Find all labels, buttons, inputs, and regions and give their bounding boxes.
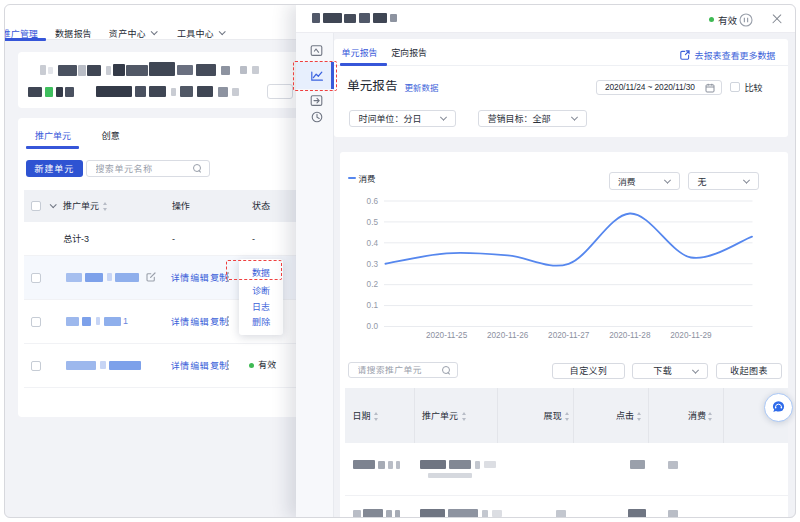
close-icon[interactable] bbox=[771, 13, 782, 24]
action-edit[interactable]: 编辑 bbox=[191, 361, 209, 371]
row-checkbox[interactable] bbox=[31, 317, 41, 327]
unit-table-header: 推广单元 操作 状态 bbox=[24, 190, 308, 222]
summary-operation-dash: - bbox=[172, 234, 175, 244]
svg-text:2020-11-25: 2020-11-25 bbox=[426, 331, 468, 340]
chat-bubble-icon bbox=[770, 399, 787, 416]
more-actions-icon[interactable] bbox=[227, 360, 229, 370]
chevron-down-icon[interactable] bbox=[50, 201, 57, 208]
tab-creative[interactable]: 创意 bbox=[102, 130, 120, 141]
svg-text:2020-11-29: 2020-11-29 bbox=[670, 331, 712, 340]
svg-text:0.0: 0.0 bbox=[367, 322, 379, 331]
unit-report-drawer: 有效 单元报告 定向报告 去报表查看更多数据 bbox=[296, 4, 796, 518]
redacted-unit-name bbox=[66, 361, 96, 370]
action-edit[interactable]: 编辑 bbox=[191, 273, 209, 283]
menu-item-data[interactable]: 数据 bbox=[252, 268, 270, 278]
redacted-text bbox=[87, 65, 101, 76]
redacted-text bbox=[171, 88, 176, 96]
nav-item-asset-center[interactable]: 资产中心 bbox=[109, 28, 156, 39]
column-header-clicks[interactable]: 点击 bbox=[616, 411, 634, 421]
sort-icon[interactable] bbox=[637, 412, 642, 421]
unit-table-row[interactable]: 详情 编辑 复制 有效 bbox=[24, 344, 308, 388]
redacted-text bbox=[196, 64, 216, 76]
redacted-text bbox=[232, 88, 239, 96]
legend-label[interactable]: 消费 bbox=[359, 173, 376, 183]
action-detail[interactable]: 详情 bbox=[171, 273, 189, 283]
summary-total: 总计-3 bbox=[63, 234, 89, 244]
report-table-header: 日期 推广单元 展现 点击 消费 bbox=[345, 388, 788, 443]
sort-icon[interactable] bbox=[708, 412, 713, 421]
table-summary-row: 总计-3 - - bbox=[24, 222, 308, 256]
chart-secondary-select[interactable]: 无 bbox=[688, 172, 759, 190]
report-table-row bbox=[345, 443, 788, 496]
sort-icon[interactable] bbox=[103, 202, 108, 211]
tab-targeting-report[interactable]: 定向报告 bbox=[391, 47, 427, 58]
nav-item-promotion-manage[interactable]: 推广管理 bbox=[4, 28, 38, 39]
chart-metric-select[interactable]: 消费 bbox=[609, 172, 680, 190]
redacted-unit-name bbox=[85, 273, 103, 282]
sort-icon[interactable] bbox=[374, 412, 379, 421]
customer-service-button[interactable] bbox=[764, 393, 793, 422]
more-actions-icon[interactable] bbox=[227, 316, 229, 326]
action-copy[interactable]: 复制 bbox=[210, 317, 228, 327]
column-header-impressions[interactable]: 展现 bbox=[544, 411, 562, 421]
unit-name-suffix: 1 bbox=[123, 316, 128, 326]
redacted-text bbox=[126, 65, 148, 76]
column-header-date[interactable]: 日期 bbox=[353, 411, 371, 421]
report-chart-icon[interactable] bbox=[310, 69, 324, 83]
sort-icon[interactable] bbox=[565, 412, 570, 421]
action-detail[interactable]: 详情 bbox=[171, 317, 189, 327]
nav-item-tool-center[interactable]: 工具中心 bbox=[177, 28, 224, 39]
redacted-text bbox=[135, 86, 146, 97]
status-dot-green bbox=[709, 17, 714, 22]
chevron-down-icon bbox=[743, 176, 750, 183]
svg-text:2020-11-26: 2020-11-26 bbox=[487, 331, 529, 340]
date-range-picker[interactable]: 2020/11/24 ~ 2020/11/30 bbox=[596, 80, 723, 95]
more-actions-icon[interactable] bbox=[227, 272, 229, 282]
menu-item-diagnose[interactable]: 诊断 bbox=[252, 286, 270, 296]
redacted-button[interactable] bbox=[267, 84, 293, 99]
tab-promotion-unit[interactable]: 推广单元 bbox=[35, 130, 71, 141]
sort-icon[interactable] bbox=[462, 412, 467, 421]
redacted-text bbox=[240, 66, 247, 74]
marketing-goal-select[interactable]: 营销目标：全部 bbox=[478, 110, 587, 128]
customize-columns-button[interactable]: 自定义列 bbox=[552, 363, 625, 380]
column-header-cost[interactable]: 消费 bbox=[688, 411, 706, 421]
collapse-chart-button[interactable]: 收起图表 bbox=[716, 363, 782, 380]
select-all-checkbox[interactable] bbox=[31, 201, 41, 211]
redacted-text bbox=[197, 86, 213, 97]
refresh-data-link[interactable]: 更新数据 bbox=[405, 82, 439, 92]
redacted-unit-name bbox=[66, 273, 82, 282]
menu-item-delete[interactable]: 删除 bbox=[252, 317, 270, 327]
history-clock-icon[interactable] bbox=[311, 111, 323, 123]
pause-circle-icon[interactable] bbox=[739, 13, 753, 27]
action-copy[interactable]: 复制 bbox=[210, 361, 228, 371]
action-copy[interactable]: 复制 bbox=[210, 273, 228, 283]
log-export-icon[interactable] bbox=[310, 94, 323, 107]
tab-unit-report[interactable]: 单元报告 bbox=[342, 47, 378, 58]
row-checkbox[interactable] bbox=[31, 361, 41, 371]
column-header-unit[interactable]: 推广单元 bbox=[422, 411, 458, 421]
chevron-down-icon bbox=[571, 114, 578, 121]
menu-item-log[interactable]: 日志 bbox=[252, 302, 270, 312]
redacted-text bbox=[65, 87, 74, 97]
creative-card-icon[interactable] bbox=[310, 44, 323, 57]
download-button[interactable]: 下载 bbox=[632, 363, 708, 380]
chevron-down-icon bbox=[663, 176, 670, 183]
svg-text:0.2: 0.2 bbox=[367, 280, 379, 289]
report-table-row bbox=[345, 496, 788, 519]
action-detail[interactable]: 详情 bbox=[171, 361, 189, 371]
unit-search-input[interactable] bbox=[86, 160, 211, 178]
nav-item-data-report[interactable]: 数据报告 bbox=[55, 28, 92, 39]
redacted-text bbox=[149, 62, 175, 76]
compare-checkbox[interactable] bbox=[730, 82, 740, 92]
view-more-data-link[interactable]: 去报表查看更多数据 bbox=[695, 50, 776, 61]
calendar-icon bbox=[705, 83, 715, 93]
edit-icon[interactable] bbox=[146, 272, 156, 282]
redacted-text bbox=[78, 65, 86, 76]
legend-marker bbox=[348, 177, 356, 180]
row-checkbox[interactable] bbox=[31, 273, 41, 283]
action-edit[interactable]: 编辑 bbox=[191, 317, 209, 327]
consumption-line-chart: 0.00.10.20.30.40.50.62020-11-252020-11-2… bbox=[340, 192, 787, 347]
new-unit-button[interactable]: 新建单元 bbox=[26, 160, 83, 177]
time-unit-select[interactable]: 时间单位：分日 bbox=[349, 110, 456, 128]
